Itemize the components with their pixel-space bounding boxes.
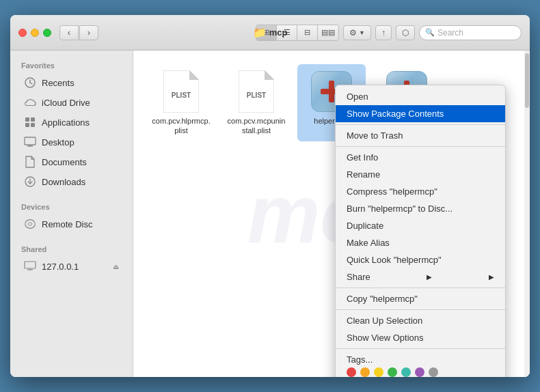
recents-icon <box>24 76 36 89</box>
svg-text:PLIST: PLIST <box>247 92 266 99</box>
devices-section-label: Devices <box>10 200 133 214</box>
tag-red[interactable] <box>347 367 356 377</box>
svg-point-13 <box>28 223 31 226</box>
icloud-label: iCloud Drive <box>42 98 90 108</box>
chevron-down-icon: ▼ <box>359 29 365 36</box>
favorites-section-label: Favorites <box>10 59 133 72</box>
documents-label: Documents <box>42 157 87 167</box>
downloads-label: Downloads <box>42 177 85 187</box>
fullscreen-button[interactable] <box>43 29 51 37</box>
scrollbar-track[interactable] <box>524 51 530 377</box>
separator-1 <box>336 124 505 125</box>
menu-item-view-options[interactable]: Show View Options <box>336 329 505 346</box>
separator-4 <box>336 309 505 310</box>
applications-label: Applications <box>42 117 90 128</box>
desktop-icon <box>24 136 36 148</box>
upload-icon: ↑ <box>381 28 386 38</box>
documents-icon <box>24 156 36 168</box>
tags-dots <box>347 367 494 377</box>
back-button[interactable]: ‹ <box>59 25 79 40</box>
plist-icon-1: PLIST <box>159 70 203 113</box>
recents-label: Recents <box>42 78 75 88</box>
menu-item-clean-up[interactable]: Clean Up Selection <box>336 312 505 329</box>
sidebar-item-desktop[interactable]: Desktop <box>13 132 130 152</box>
svg-text:PLIST: PLIST <box>172 92 191 99</box>
tags-section: Tags... <box>336 351 505 377</box>
tag-orange[interactable] <box>360 367 370 377</box>
toolbar-icons: ⊞ ☰ ⊟ ▤▤ ⚙ ▼ ↑ ⬡ 🔍 Search <box>256 25 522 41</box>
file-item-mcpuninstall-plist[interactable]: PLIST com.pcv.mcpuninstall.plist <box>222 64 291 141</box>
sidebar-item-recents[interactable]: Recents <box>13 73 130 92</box>
svg-rect-14 <box>25 262 36 268</box>
menu-item-tags[interactable]: Tags... <box>347 354 494 365</box>
sidebar: Favorites Recents iCloud Drive <box>10 51 133 377</box>
svg-rect-24 <box>329 81 334 102</box>
svg-rect-7 <box>25 137 36 145</box>
applications-icon <box>24 116 36 128</box>
context-menu: Open Show Package Contents Move to Trash… <box>335 85 506 377</box>
main-content: Favorites Recents iCloud Drive <box>10 51 530 377</box>
menu-item-rename[interactable]: Rename <box>336 166 505 183</box>
svg-point-12 <box>25 220 35 229</box>
menu-item-duplicate[interactable]: Duplicate <box>336 217 505 234</box>
folder-icon: 📁 <box>253 26 267 39</box>
sidebar-item-ip[interactable]: 127.0.0.1 ⏏ <box>13 257 130 276</box>
forward-button[interactable]: › <box>79 25 98 40</box>
finder-window: ‹ › 📁 mcp ⊞ ☰ ⊟ ▤▤ ⚙ ▼ ↑ ⬡ <box>10 15 530 377</box>
menu-item-make-alias[interactable]: Make Alias <box>336 234 505 251</box>
plist-label-2: com.pcv.mcpuninstall.plist <box>228 116 286 136</box>
sidebar-item-downloads[interactable]: Downloads <box>13 172 130 191</box>
nav-buttons: ‹ › <box>59 25 98 40</box>
tag-purple[interactable] <box>415 367 424 377</box>
cover-flow-button[interactable]: ▤▤ <box>318 25 338 40</box>
sidebar-item-documents[interactable]: Documents <box>13 152 130 171</box>
tags-button[interactable]: ⬡ <box>396 25 415 40</box>
separator-5 <box>336 348 505 349</box>
tag-yellow[interactable] <box>374 367 383 377</box>
menu-item-get-info[interactable]: Get Info <box>336 149 505 166</box>
icloud-icon <box>24 96 36 109</box>
svg-rect-6 <box>31 123 35 127</box>
remote-disc-icon <box>24 218 36 230</box>
tag-icon: ⬡ <box>402 28 409 38</box>
ip-icon <box>24 260 36 272</box>
scrollbar-thumb[interactable] <box>525 53 529 108</box>
menu-item-compress[interactable]: Compress "helpermcp" <box>336 183 505 200</box>
menu-item-share[interactable]: Share ▶ <box>336 268 505 285</box>
file-item-hlprmcp-plist[interactable]: PLIST com.pcv.hlprmcp.plist <box>147 64 215 141</box>
action-button[interactable]: ⚙ ▼ <box>343 25 371 40</box>
desktop-label: Desktop <box>42 137 75 148</box>
window-title: 📁 mcp <box>253 26 288 39</box>
tag-green[interactable] <box>388 367 397 377</box>
tag-gray[interactable] <box>429 367 438 377</box>
menu-item-copy[interactable]: Copy "helpermcp" <box>336 290 505 307</box>
search-icon: 🔍 <box>425 28 435 37</box>
share-arrow-icon: ▶ <box>427 273 432 281</box>
downloads-icon <box>24 176 36 188</box>
menu-item-show-package[interactable]: Show Package Contents <box>336 105 505 122</box>
eject-icon[interactable]: ⏏ <box>113 263 119 270</box>
sidebar-item-applications[interactable]: Applications <box>13 113 130 132</box>
menu-item-burn[interactable]: Burn "helpermcp" to Disc... <box>336 200 505 217</box>
minimize-button[interactable] <box>31 29 39 37</box>
close-button[interactable] <box>18 29 27 37</box>
svg-rect-5 <box>25 123 29 127</box>
search-placeholder: Search <box>437 28 463 38</box>
tag-teal[interactable] <box>401 367 411 377</box>
plist-label-1: com.pcv.hlprmcp.plist <box>152 116 210 136</box>
svg-rect-3 <box>25 117 29 122</box>
svg-rect-4 <box>31 117 35 122</box>
plist-icon-2: PLIST <box>234 70 278 113</box>
menu-item-move-trash[interactable]: Move to Trash <box>336 127 505 144</box>
share-button[interactable]: ↑ <box>375 25 392 40</box>
svg-line-2 <box>30 83 32 84</box>
remote-disc-label: Remote Disc <box>42 219 92 229</box>
search-box[interactable]: 🔍 Search <box>419 25 522 40</box>
column-view-button[interactable]: ⊟ <box>297 25 318 40</box>
menu-item-quick-look[interactable]: Quick Look "helpermcp" <box>336 251 505 268</box>
menu-item-open[interactable]: Open <box>336 88 505 105</box>
file-content: mcp PLIST com.pcv.hlprmcp.plist <box>133 51 530 377</box>
traffic-lights <box>18 29 51 37</box>
sidebar-item-icloud[interactable]: iCloud Drive <box>13 93 130 112</box>
sidebar-item-remote-disc[interactable]: Remote Disc <box>13 214 130 234</box>
